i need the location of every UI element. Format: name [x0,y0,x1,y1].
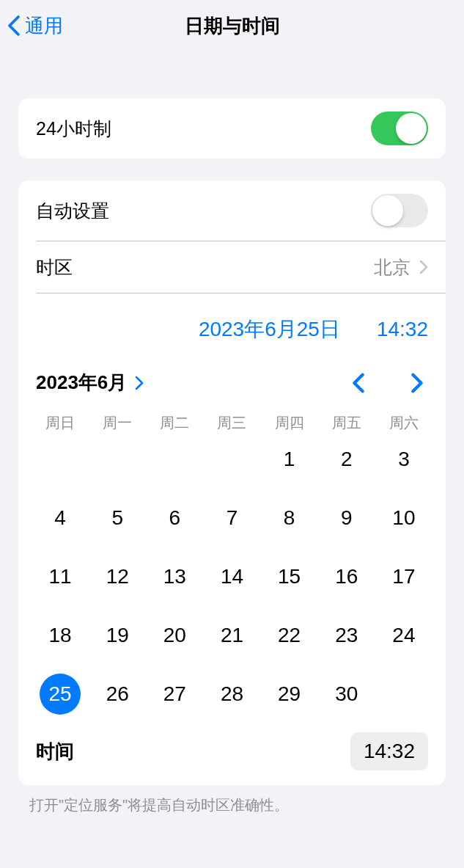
calendar-day[interactable]: 19 [89,615,146,656]
chevron-left-icon [352,373,365,393]
selected-datetime-row: 2023年6月25日 14:32 [18,293,446,358]
calendar-day[interactable]: 17 [375,556,432,597]
calendar-day[interactable]: 2 [318,439,375,480]
calendar-day[interactable]: 1 [261,439,318,480]
weekday-label: 周二 [146,413,203,433]
calendar-day[interactable]: 5 [89,497,146,539]
weekday-label: 周六 [375,413,432,433]
calendar-day[interactable]: 27 [146,674,203,715]
calendar-day[interactable]: 12 [89,556,146,597]
calendar-day[interactable]: 25 [32,674,89,715]
time-picker-button[interactable]: 14:32 [350,732,428,770]
back-button[interactable]: 通用 [7,13,63,39]
calendar-day[interactable]: 26 [89,674,146,715]
prev-month-button[interactable] [347,372,369,394]
hour-format-section: 24小时制 [18,98,446,158]
calendar-day[interactable]: 21 [203,615,260,656]
timezone-row[interactable]: 时区 北京 [18,241,446,293]
weekday-row: 周日周一周二周三周四周五周六 [18,413,446,439]
calendar-day-empty [89,439,146,480]
calendar-day[interactable]: 14 [203,556,260,597]
auto-set-label: 自动设置 [36,199,109,223]
month-picker-button[interactable]: 2023年6月 [36,370,144,395]
calendar-day[interactable]: 7 [203,497,260,539]
calendar-day[interactable]: 9 [318,497,375,539]
calendar-day[interactable]: 16 [318,556,375,597]
auto-set-row: 自动设置 [18,180,446,241]
next-month-button[interactable] [406,372,428,394]
footer-hint: 打开"定位服务"将提高自动时区准确性。 [0,785,464,815]
calendar-day[interactable]: 28 [203,674,260,715]
calendar-day-empty [203,439,260,480]
weekday-label: 周一 [89,413,146,433]
timezone-value: 北京 [374,255,410,280]
calendar-day[interactable]: 11 [32,556,89,597]
calendar-grid: 1234567891011121314151617181920212223242… [18,439,446,715]
chevron-left-icon [7,15,21,37]
calendar-day[interactable]: 13 [146,556,203,597]
calendar-day[interactable]: 10 [375,497,432,539]
timezone-label: 时区 [36,255,73,280]
toggle-knob [396,113,427,144]
hour-format-toggle[interactable] [371,112,428,145]
calendar-day[interactable]: 30 [318,674,375,715]
month-label: 2023年6月 [36,370,127,395]
chevron-right-icon [410,373,424,393]
calendar-day[interactable]: 20 [146,615,203,656]
calendar-day[interactable]: 23 [318,615,375,656]
calendar-day[interactable]: 15 [261,556,318,597]
time-row: 时间 14:32 [18,715,446,785]
time-label: 时间 [36,739,74,765]
calendar-day[interactable]: 3 [375,439,432,480]
datetime-section: 自动设置 时区 北京 2023年6月25日 14:32 2023年6月 [18,180,446,785]
weekday-label: 周五 [318,413,375,433]
calendar-day[interactable]: 29 [261,674,318,715]
hour-format-row: 24小时制 [18,98,446,158]
toggle-knob [372,195,403,226]
weekday-label: 周三 [203,413,260,433]
timezone-value-group: 北京 [374,255,428,280]
hour-format-label: 24小时制 [36,117,111,141]
calendar-day[interactable]: 8 [261,497,318,539]
header: 通用 日期与时间 [0,0,464,51]
page-title: 日期与时间 [185,13,280,39]
calendar-header: 2023年6月 [18,358,446,413]
weekday-label: 周四 [261,413,318,433]
calendar-day-empty [146,439,203,480]
chevron-right-icon [134,376,144,390]
calendar-day[interactable]: 22 [261,615,318,656]
weekday-label: 周日 [32,413,89,433]
auto-set-toggle[interactable] [371,194,428,227]
calendar-day-empty [32,439,89,480]
chevron-right-icon [419,260,428,274]
back-label: 通用 [25,13,63,39]
selected-date[interactable]: 2023年6月25日 [199,316,340,343]
calendar-day[interactable]: 4 [32,497,89,539]
selected-time[interactable]: 14:32 [377,318,428,341]
calendar-day[interactable]: 18 [32,615,89,656]
month-nav [347,372,428,394]
calendar-day[interactable]: 6 [146,497,203,539]
calendar-day[interactable]: 24 [375,615,432,656]
